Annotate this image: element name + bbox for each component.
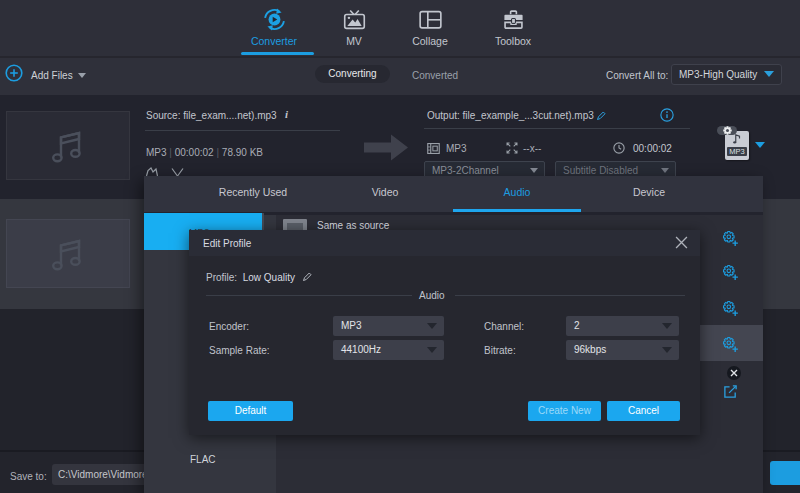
svg-text:MP3: MP3 bbox=[729, 147, 744, 156]
